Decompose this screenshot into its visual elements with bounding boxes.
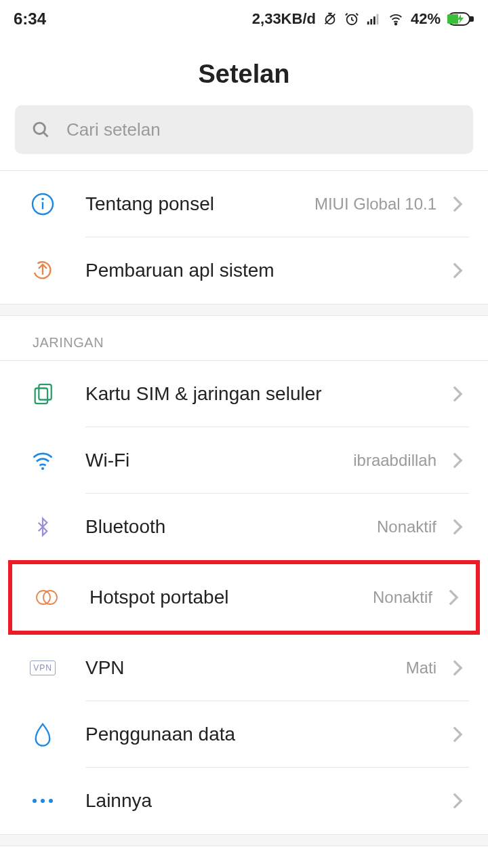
section-network: Kartu SIM & jaringan seluler Wi-Fi ibraa… [0,361,488,834]
row-value: ibraabdillah [353,451,436,470]
section-header-network: JARINGAN [0,316,488,361]
status-time: 6:34 [14,9,46,28]
status-data-rate: 2,33KB/d [252,10,316,28]
row-data-usage[interactable]: Penggunaan data [0,701,488,768]
row-hotspot[interactable]: Hotspot portabel Nonaktif [12,564,476,631]
chevron-right-icon [445,589,462,606]
search-container [0,105,488,170]
search-icon [31,120,50,139]
row-about-phone[interactable]: Tentang ponsel MIUI Global 10.1 [0,171,488,237]
info-icon [27,192,58,216]
row-sim-cellular[interactable]: Kartu SIM & jaringan seluler [0,361,488,427]
svg-rect-17 [35,389,47,404]
section-gap [0,834,488,846]
chevron-right-icon [449,385,466,403]
sim-icon [27,382,58,406]
row-system-update[interactable]: Pembaruan apl sistem [0,237,488,304]
update-icon [27,258,58,283]
chevron-right-icon [449,195,466,213]
row-label: Wi-Fi [85,450,129,471]
chevron-right-icon [449,452,466,469]
alarm-icon [344,12,359,26]
page-title: Setelan [0,60,488,89]
row-bluetooth[interactable]: Bluetooth Nonaktif [0,494,488,560]
mute-icon [323,12,338,26]
more-icon [27,797,58,804]
row-label: Hotspot portabel [89,587,228,608]
chevron-right-icon [449,262,466,279]
svg-point-23 [41,799,45,803]
svg-rect-18 [39,384,51,400]
row-label: Tentang ponsel [85,193,214,215]
page-header: Setelan [0,33,488,105]
data-usage-icon [27,722,58,747]
search-box[interactable] [15,105,473,154]
status-bar: 6:34 2,33KB/d 42% [0,0,488,33]
svg-rect-5 [367,22,369,25]
status-right: 2,33KB/d 42% [252,10,474,28]
svg-point-19 [41,467,44,470]
bluetooth-icon [27,515,58,539]
wifi-icon [27,448,58,473]
section-gap [0,304,488,316]
svg-point-22 [33,799,37,803]
svg-rect-6 [370,19,372,24]
row-label: Kartu SIM & jaringan seluler [85,383,322,405]
highlight-hotspot: Hotspot portabel Nonaktif [8,560,480,635]
chevron-right-icon [449,518,466,536]
chevron-right-icon [449,726,466,743]
battery-charging-icon [447,12,474,26]
svg-rect-8 [377,14,379,25]
row-value: MIUI Global 10.1 [314,195,436,214]
svg-point-9 [395,23,397,25]
hotspot-icon [31,587,62,608]
wifi-icon [388,12,404,26]
svg-rect-7 [373,16,375,24]
section-top: Tentang ponsel MIUI Global 10.1 Pembarua… [0,171,488,304]
svg-marker-11 [458,14,464,24]
row-value: Nonaktif [373,588,432,607]
chevron-right-icon [449,792,466,810]
svg-point-24 [49,799,53,803]
chevron-right-icon [449,659,466,677]
row-value: Nonaktif [377,517,436,536]
row-wifi[interactable]: Wi-Fi ibraabdillah [0,427,488,494]
row-label: Pembaruan apl sistem [85,260,274,281]
svg-point-16 [41,198,44,201]
svg-line-13 [43,132,47,136]
row-label: Penggunaan data [85,724,235,745]
row-vpn[interactable]: VPN VPN Mati [0,635,488,701]
section-header-personal: PRIBADI [0,846,488,868]
vpn-icon: VPN [27,660,58,675]
row-value: Mati [406,658,436,677]
row-label: Bluetooth [85,516,165,538]
svg-line-3 [346,14,348,16]
svg-line-4 [356,14,358,16]
row-label: Lainnya [85,790,152,812]
svg-point-12 [34,123,45,134]
row-label: VPN [85,657,125,679]
signal-icon [366,12,381,26]
search-input[interactable] [66,119,457,140]
row-more[interactable]: Lainnya [0,768,488,834]
status-battery-pct: 42% [411,10,441,28]
